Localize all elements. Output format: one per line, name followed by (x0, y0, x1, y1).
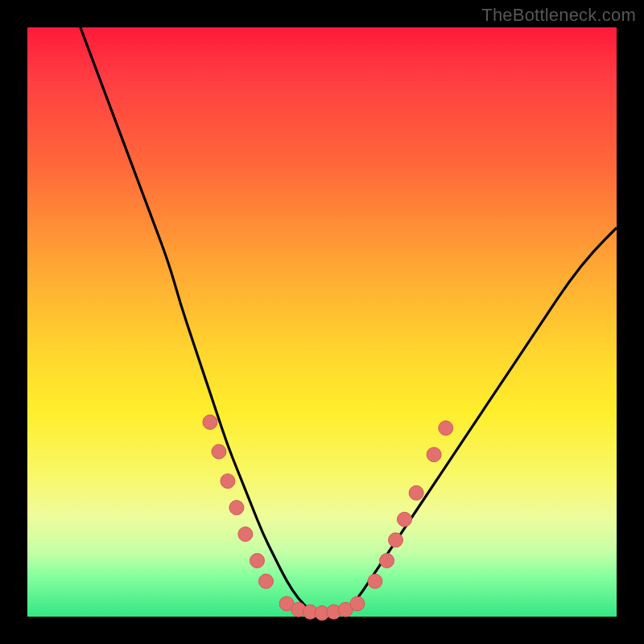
curve-layer (27, 27, 617, 617)
plot-area (27, 27, 617, 617)
data-dot (212, 444, 226, 459)
data-dot (439, 421, 453, 436)
data-dot (350, 597, 365, 611)
bottleneck-curve (80, 27, 617, 617)
data-dot (380, 553, 394, 568)
data-dot (427, 448, 441, 462)
data-dot (368, 574, 382, 588)
data-dot (229, 501, 244, 515)
data-dot (221, 474, 235, 489)
chart-frame: TheBottleneck.com (0, 0, 644, 644)
data-dot (203, 415, 217, 429)
data-dot (389, 533, 403, 547)
data-dot (238, 527, 253, 542)
watermark-text: TheBottleneck.com (481, 5, 636, 26)
data-dots (203, 415, 453, 620)
data-dot (250, 553, 264, 568)
data-dot (258, 574, 273, 588)
data-dot (397, 512, 411, 526)
data-dot (409, 485, 423, 500)
